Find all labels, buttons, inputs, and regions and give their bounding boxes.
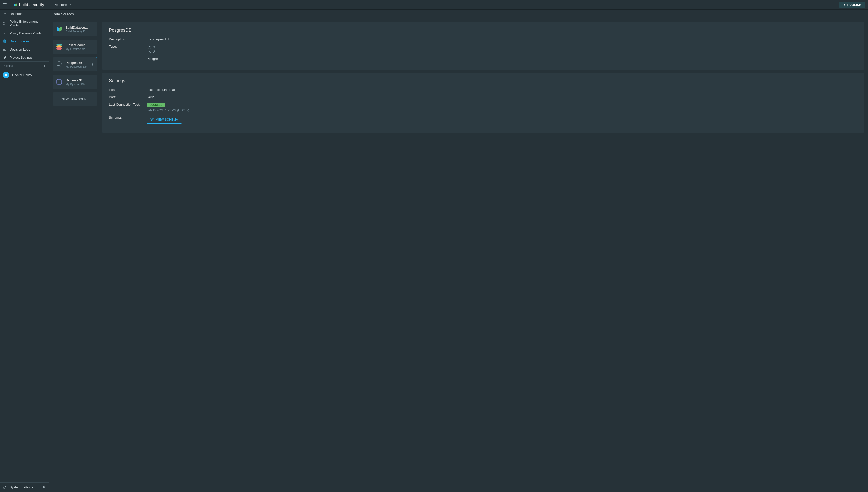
port-value: 5432 <box>147 95 154 99</box>
sidebar-item-label: Decision Logs <box>9 48 30 51</box>
policy-item-docker[interactable]: Docker Policy <box>0 70 49 80</box>
data-source-desc: My ElasticSearch Db <box>66 48 89 50</box>
data-source-card[interactable]: ElasticSearch My ElasticSearch Db <box>52 40 97 54</box>
type-label: Type: <box>109 45 147 49</box>
policy-item-label: Docker Policy <box>12 73 32 77</box>
divider <box>49 2 49 7</box>
data-source-name: BuildDatasource <box>66 26 89 29</box>
data-source-name: DynamoDB <box>66 78 89 82</box>
docker-icon <box>2 72 9 78</box>
dynamodb-icon <box>55 78 63 86</box>
kebab-menu-icon[interactable] <box>91 45 95 49</box>
new-data-source-button[interactable]: + NEW DATA SOURCE <box>52 93 97 105</box>
svg-rect-13 <box>152 118 153 119</box>
main-content: Data Sources BuildDatasource Build.Secur… <box>49 9 868 492</box>
data-source-desc: Build.Security Data So… <box>66 30 89 33</box>
decision-icon <box>2 31 6 35</box>
settings-title: Settings <box>109 78 858 83</box>
data-source-list: BuildDatasource Build.Security Data So… … <box>52 22 97 489</box>
port-label: Port: <box>109 95 147 99</box>
host-label: Host: <box>109 88 147 92</box>
svg-point-9 <box>60 63 60 63</box>
project-name: Pet store <box>53 3 67 6</box>
svg-point-7 <box>56 47 62 50</box>
pin-sidebar-button[interactable] <box>39 483 49 492</box>
sidebar-item-label: Data Sources <box>9 40 29 43</box>
data-source-name: ElasticSearch <box>66 43 89 47</box>
chevron-down-icon <box>69 3 71 6</box>
svg-point-4 <box>4 487 5 488</box>
kebab-menu-icon[interactable] <box>91 28 95 31</box>
header: build.security Pet store PUBLISH <box>0 0 868 9</box>
publish-label: PUBLISH <box>847 3 862 6</box>
database-icon <box>2 39 6 43</box>
chart-line-icon <box>2 11 6 16</box>
menu-icon[interactable] <box>3 2 8 7</box>
overview-panel: PosgresDB Description: my posgresql db T… <box>102 22 865 70</box>
gear-icon <box>2 486 6 490</box>
system-settings-button[interactable]: System Settings <box>0 483 39 492</box>
logo[interactable]: build.security <box>13 2 44 7</box>
settings-panel: Settings Host: host.docker.internal Port… <box>102 73 865 133</box>
view-schema-label: VIEW SCHEMA <box>156 118 178 121</box>
elasticsearch-icon <box>55 43 63 51</box>
new-data-source-label: + NEW DATA SOURCE <box>59 98 91 100</box>
description-label: Description: <box>109 38 147 41</box>
sidebar-item-label: Project Settings <box>9 55 32 59</box>
postgres-icon <box>55 60 63 68</box>
data-source-name: PosgresDB <box>66 61 88 65</box>
policies-header-label: Policies <box>2 64 13 68</box>
connection-timestamp: Feb 15 2021, 1:21 PM (UTC) <box>147 108 185 112</box>
data-source-card[interactable]: DynamoDB My Dynamo Db <box>52 75 97 89</box>
svg-rect-14 <box>151 120 153 121</box>
kebab-menu-icon[interactable] <box>91 80 95 84</box>
data-source-card[interactable]: PosgresDB My Posgresql Db <box>52 57 97 71</box>
wrench-icon <box>2 55 6 59</box>
kebab-menu-icon[interactable] <box>91 63 94 66</box>
breadcrumb: Data Sources <box>49 9 868 19</box>
sidebar-item-decision-logs[interactable]: Decision Logs <box>0 45 49 53</box>
sidebar-item-pdp[interactable]: Policy Decision Points <box>0 29 49 37</box>
breadcrumb-text: Data Sources <box>52 12 74 16</box>
data-source-card[interactable]: BuildDatasource Build.Security Data So… <box>52 22 97 36</box>
detail-pane: PosgresDB Description: my posgresql db T… <box>102 22 865 489</box>
view-schema-button[interactable]: VIEW SCHEMA <box>147 116 182 124</box>
sidebar-item-label: Policy Decision Points <box>9 31 42 35</box>
project-selector[interactable]: Pet store <box>53 3 71 6</box>
logo-mark-icon <box>13 2 18 7</box>
sidebar-item-data-sources[interactable]: Data Sources <box>0 37 49 45</box>
schema-icon <box>150 118 154 121</box>
build-security-icon <box>55 25 63 33</box>
logs-icon <box>2 47 6 51</box>
sidebar-item-project-settings[interactable]: Project Settings <box>0 53 49 61</box>
svg-point-11 <box>153 48 153 49</box>
sidebar-item-label: Dashboard <box>9 12 26 16</box>
refresh-icon[interactable] <box>187 109 190 112</box>
type-value: Postgres <box>147 57 159 60</box>
sidebar-item-dashboard[interactable]: Dashboard <box>0 9 49 18</box>
data-source-desc: My Posgresql Db <box>66 65 88 68</box>
plus-icon[interactable] <box>43 64 46 68</box>
pin-icon <box>42 485 46 489</box>
policies-section-header: Policies <box>0 61 49 70</box>
svg-point-2 <box>4 32 5 33</box>
connection-test-label: Last Connection Test: <box>109 102 147 106</box>
sidebar-footer: System Settings <box>0 483 49 492</box>
schema-label: Schema: <box>109 116 147 119</box>
description-value: my posgresql db <box>147 38 170 41</box>
system-settings-label: System Settings <box>9 486 33 489</box>
connection-status-badge: SUCCESS <box>147 103 165 107</box>
sidebar-item-pep[interactable]: Policy Enforcement Points <box>0 18 49 29</box>
logo-text: build.security <box>19 2 44 7</box>
sidebar-item-label: Policy Enforcement Points <box>9 20 46 27</box>
paper-plane-icon <box>843 3 846 6</box>
host-value: host.docker.internal <box>147 88 175 92</box>
enforcement-icon <box>2 21 6 25</box>
svg-point-3 <box>3 40 6 41</box>
svg-point-8 <box>58 63 58 63</box>
svg-rect-12 <box>151 118 152 119</box>
postgres-type-icon <box>147 45 157 55</box>
data-source-desc: My Dynamo Db <box>66 83 89 86</box>
svg-point-0 <box>3 22 4 23</box>
publish-button[interactable]: PUBLISH <box>839 1 865 8</box>
